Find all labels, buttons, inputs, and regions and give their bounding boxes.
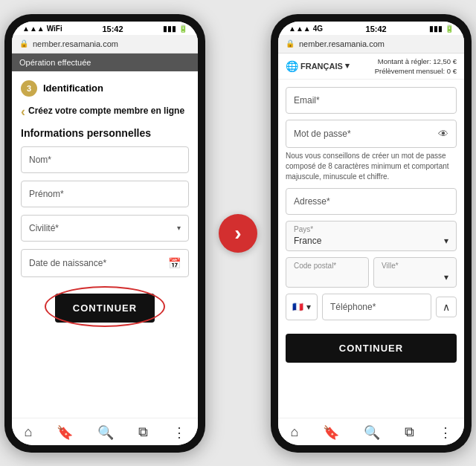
- password-field[interactable]: Mot de passe* 👁: [286, 120, 457, 148]
- data-icon-right: 4G: [313, 25, 323, 33]
- browser-bar-right[interactable]: 🔒 nember.resamania.com: [278, 35, 464, 54]
- battery-right: ▮▮▮ 🔋: [429, 25, 454, 33]
- telephone-row: 🇫🇷 ▾ Téléphone* ∧: [286, 294, 457, 320]
- left-phone: ▲▲▲ WiFi 15:42 ▮▮▮ 🔋 🔒 nember.resamania.…: [4, 14, 205, 453]
- continue-btn-right[interactable]: CONTINUER: [286, 334, 457, 363]
- status-time-left: 15:42: [102, 25, 123, 33]
- postal-city-row: Code postal* Ville* ▾: [286, 257, 457, 288]
- nav-home-left[interactable]: ⌂: [24, 424, 32, 440]
- continue-wrapper-right: CONTINUER: [286, 331, 457, 363]
- nav-tabs-left[interactable]: ⧉: [138, 424, 148, 440]
- lang-arrow-icon: ▾: [345, 61, 350, 71]
- signal-icon: ▲▲▲: [22, 25, 45, 33]
- country-text: France: [294, 236, 321, 246]
- price-sub: Prélèvement mensuel: 0 €: [375, 66, 457, 76]
- postal-value: [286, 270, 368, 276]
- nav-bookmark-right[interactable]: 🔖: [323, 424, 339, 441]
- battery-icon-left: ▮▮▮ 🔋: [163, 25, 187, 33]
- continue-btn-left[interactable]: CONTINUER: [55, 294, 155, 323]
- address-field[interactable]: Adresse*: [286, 188, 457, 215]
- lang-label: FRANÇAIS: [300, 62, 343, 71]
- flag-selector[interactable]: 🇫🇷 ▾: [286, 294, 318, 320]
- nav-bookmark-left[interactable]: 🔖: [57, 424, 73, 441]
- back-row[interactable]: ‹ Créez votre compte membre en ligne: [21, 104, 189, 120]
- nav-search-left[interactable]: 🔍: [97, 424, 114, 441]
- city-value: ▾: [374, 270, 456, 287]
- nav-home-right[interactable]: ⌂: [290, 424, 298, 440]
- continue-deco: CONTINUER: [55, 291, 155, 323]
- civilite-field[interactable]: Civilité* ▾: [21, 215, 189, 242]
- calendar-icon: 📅: [168, 257, 181, 269]
- country-arrow-icon: ▾: [444, 236, 448, 246]
- telephone-label: Téléphone*: [330, 302, 376, 312]
- arrow-icon: ›: [234, 221, 241, 245]
- browser-bar-left[interactable]: 🔒 nember.resamania.com: [12, 35, 198, 54]
- lock-icon-left: 🔒: [19, 39, 28, 48]
- battery-left: ▮▮▮ 🔋: [163, 25, 187, 33]
- url-right: nember.resamania.com: [299, 39, 385, 48]
- prenom-field[interactable]: Prénom*: [21, 181, 189, 207]
- bottom-nav-left: ⌂ 🔖 🔍 ⧉ ⋮: [12, 418, 198, 445]
- status-bar-left: ▲▲▲ WiFi 15:42 ▮▮▮ 🔋: [12, 22, 198, 35]
- postal-field[interactable]: Code postal*: [286, 257, 369, 288]
- telephone-field[interactable]: Téléphone*: [322, 294, 431, 320]
- notif-text: Opération effectuée: [19, 58, 91, 67]
- city-label: Ville*: [374, 258, 456, 270]
- password-label: Mot de passe*: [294, 129, 351, 139]
- step-badge: 3: [21, 80, 37, 97]
- country-select[interactable]: Pays* France ▾: [286, 221, 457, 251]
- section-title: Informations personnelles: [21, 127, 189, 139]
- lang-btn[interactable]: 🌐 FRANÇAIS ▾: [286, 60, 350, 72]
- wifi-icon: WiFi: [47, 25, 62, 33]
- city-arrow-icon: ▾: [444, 272, 448, 282]
- direction-arrow: ›: [219, 214, 257, 253]
- dob-label: Date de naissance*: [29, 258, 106, 268]
- price-label: Montant à régler: 12,50 €: [375, 56, 457, 66]
- country-value: France ▾: [286, 233, 456, 250]
- scene: ▲▲▲ WiFi 15:42 ▮▮▮ 🔋 🔒 nember.resamania.…: [0, 0, 476, 466]
- top-bar-right: 🌐 FRANÇAIS ▾ Montant à régler: 12,50 € P…: [278, 54, 464, 80]
- country-label: Pays*: [286, 221, 456, 233]
- city-label-text: Ville*: [382, 262, 399, 270]
- bottom-nav-right: ⌂ 🔖 🔍 ⧉ ⋮: [278, 418, 464, 445]
- status-time-right: 15:42: [366, 25, 387, 33]
- password-hint: Nous vous conseillons de créer un mot de…: [286, 151, 457, 182]
- chevron-up-icon: ∧: [443, 301, 450, 313]
- civilite-label: Civilité*: [29, 223, 59, 233]
- nav-menu-right[interactable]: ⋮: [439, 424, 452, 441]
- email-field[interactable]: Email*: [286, 87, 457, 114]
- step-label: Identification: [43, 82, 103, 94]
- scroll-up-btn[interactable]: ∧: [436, 297, 457, 317]
- translate-icon: 🌐: [286, 60, 298, 72]
- step-header: 3 Identification: [21, 80, 189, 97]
- address-label: Adresse*: [294, 196, 330, 207]
- postal-label: Code postal*: [286, 258, 368, 270]
- continue-wrapper: CONTINUER: [21, 291, 189, 323]
- civilite-arrow-icon: ▾: [177, 224, 181, 232]
- nav-tabs-right[interactable]: ⧉: [405, 424, 414, 440]
- nav-menu-left[interactable]: ⋮: [173, 424, 186, 441]
- right-content: Email* Mot de passe* 👁 Nous vous conseil…: [278, 80, 464, 417]
- url-left: nember.resamania.com: [33, 39, 118, 48]
- back-arrow-icon[interactable]: ‹: [21, 104, 25, 120]
- nom-field[interactable]: Nom*: [21, 146, 189, 173]
- back-label: Créez votre compte membre en ligne: [28, 106, 184, 117]
- email-label: Email*: [294, 95, 320, 106]
- notif-bar: Opération effectuée: [12, 54, 198, 71]
- nom-label: Nom*: [29, 155, 51, 165]
- eye-icon[interactable]: 👁: [438, 128, 448, 140]
- right-phone: ▲▲▲ 4G 15:42 ▮▮▮ 🔋 🔒 nember.resamania.co…: [271, 14, 472, 453]
- battery-icon-right: ▮▮▮ 🔋: [429, 25, 454, 33]
- city-field[interactable]: Ville* ▾: [373, 257, 457, 288]
- lock-icon-right: 🔒: [286, 39, 295, 48]
- nav-search-right[interactable]: 🔍: [364, 424, 380, 441]
- price-info: Montant à régler: 12,50 € Prélèvement me…: [375, 56, 457, 77]
- flag-icon: 🇫🇷: [292, 302, 303, 312]
- flag-arrow-icon: ▾: [306, 302, 311, 312]
- prenom-label: Prénom*: [29, 189, 64, 199]
- dob-field[interactable]: Date de naissance* 📅: [21, 249, 189, 277]
- status-left-right: ▲▲▲ 4G: [289, 25, 323, 33]
- signal-icon-right: ▲▲▲: [289, 25, 311, 33]
- status-left: ▲▲▲ WiFi: [22, 25, 62, 33]
- status-bar-right: ▲▲▲ 4G 15:42 ▮▮▮ 🔋: [278, 22, 464, 35]
